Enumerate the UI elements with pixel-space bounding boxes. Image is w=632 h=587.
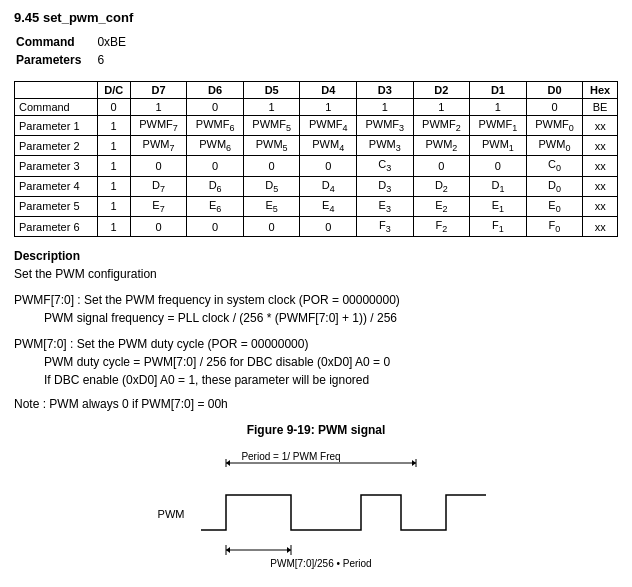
table-cell: D0 <box>526 176 583 196</box>
table-cell: 0 <box>187 216 244 236</box>
table-row: Parameter 21PWM7PWM6PWM5PWM4PWM3PWM2PWM1… <box>15 136 618 156</box>
table-cell: 0 <box>187 156 244 176</box>
table-cell: xx <box>583 196 618 216</box>
pwm-title: PWM[7:0] : Set the PWM duty cycle (POR =… <box>14 337 308 351</box>
table-cell: PWMF0 <box>526 116 583 136</box>
table-cell: xx <box>583 136 618 156</box>
table-cell: 0 <box>243 156 300 176</box>
table-cell: 1 <box>97 196 130 216</box>
svg-text:PWM[7:0]/256 • Period: PWM[7:0]/256 • Period <box>270 558 371 569</box>
svg-text:PWM: PWM <box>158 508 185 520</box>
table-cell: E6 <box>187 196 244 216</box>
table-cell: E5 <box>243 196 300 216</box>
table-cell: F2 <box>413 216 470 236</box>
table-cell: PWM1 <box>470 136 527 156</box>
table-cell: Parameter 4 <box>15 176 98 196</box>
table-cell: PWM4 <box>300 136 357 156</box>
table-cell: Parameter 2 <box>15 136 98 156</box>
svg-marker-3 <box>226 460 230 466</box>
table-cell: xx <box>583 156 618 176</box>
table-cell: Parameter 1 <box>15 116 98 136</box>
col-header-d4: D4 <box>300 82 357 99</box>
table-cell: 0 <box>243 216 300 236</box>
pwmf-detail: PWM signal frequency = PLL clock / (256 … <box>14 311 397 325</box>
table-cell: D7 <box>130 176 187 196</box>
table-cell: xx <box>583 216 618 236</box>
parameters-value: 6 <box>87 53 130 69</box>
meta-info: Command 0xBE Parameters 6 <box>14 33 132 71</box>
table-cell: 0 <box>470 156 527 176</box>
col-header-d1: D1 <box>470 82 527 99</box>
table-row: Parameter 310000C300C0xx <box>15 156 618 176</box>
page-title: 9.45 set_pwm_conf <box>14 10 618 25</box>
table-cell: xx <box>583 176 618 196</box>
table-cell: D4 <box>300 176 357 196</box>
table-cell: PWM0 <box>526 136 583 156</box>
col-header-d3: D3 <box>357 82 414 99</box>
pwmf-block: PWMF[7:0] : Set the PWM frequency in sys… <box>14 291 618 327</box>
table-cell: 1 <box>413 99 470 116</box>
table-row: Parameter 41D7D6D5D4D3D2D1D0xx <box>15 176 618 196</box>
pwm-signal-svg: Period = 1/ PWM Freq PWM PWM[7:0]/256 • … <box>106 445 526 575</box>
table-cell: E1 <box>470 196 527 216</box>
table-cell: PWMF4 <box>300 116 357 136</box>
parameters-label: Parameters <box>16 53 85 69</box>
svg-marker-11 <box>287 547 291 553</box>
col-header-d6: D6 <box>187 82 244 99</box>
table-cell: D3 <box>357 176 414 196</box>
table-cell: BE <box>583 99 618 116</box>
table-cell: PWMF5 <box>243 116 300 136</box>
col-header-dc: D/C <box>97 82 130 99</box>
table-cell: 0 <box>413 156 470 176</box>
col-header-name <box>15 82 98 99</box>
table-cell: 1 <box>97 176 130 196</box>
table-cell: C0 <box>526 156 583 176</box>
col-header-hex: Hex <box>583 82 618 99</box>
table-cell: 0 <box>130 216 187 236</box>
pwm-block: PWM[7:0] : Set the PWM duty cycle (POR =… <box>14 335 618 389</box>
table-cell: 1 <box>470 99 527 116</box>
description-title: Description <box>14 249 618 263</box>
col-header-d2: D2 <box>413 82 470 99</box>
table-cell: PWMF1 <box>470 116 527 136</box>
command-value: 0xBE <box>87 35 130 51</box>
table-cell: E7 <box>130 196 187 216</box>
table-cell: E4 <box>300 196 357 216</box>
table-cell: 0 <box>300 216 357 236</box>
pwm-detail1: PWM duty cycle = PWM[7:0] / 256 for DBC … <box>14 355 390 369</box>
table-cell: PWM3 <box>357 136 414 156</box>
table-cell: C3 <box>357 156 414 176</box>
table-cell: PWM5 <box>243 136 300 156</box>
table-cell: 1 <box>97 136 130 156</box>
description-section: Description Set the PWM configuration PW… <box>14 249 618 411</box>
table-cell: PWMF7 <box>130 116 187 136</box>
table-row: Parameter 610000F3F2F1F0xx <box>15 216 618 236</box>
col-header-d5: D5 <box>243 82 300 99</box>
table-cell: Parameter 5 <box>15 196 98 216</box>
table-cell: 1 <box>130 99 187 116</box>
table-cell: 1 <box>97 116 130 136</box>
table-cell: Command <box>15 99 98 116</box>
table-cell: 1 <box>357 99 414 116</box>
table-cell: D1 <box>470 176 527 196</box>
table-cell: PWM7 <box>130 136 187 156</box>
table-cell: 1 <box>243 99 300 116</box>
table-cell: PWMF2 <box>413 116 470 136</box>
table-row: Parameter 51E7E6E5E4E3E2E1E0xx <box>15 196 618 216</box>
table-cell: 0 <box>97 99 130 116</box>
svg-marker-4 <box>412 460 416 466</box>
col-header-d0: D0 <box>526 82 583 99</box>
table-cell: 0 <box>187 99 244 116</box>
table-row: Parameter 11PWMF7PWMF6PWMF5PWMF4PWMF3PWM… <box>15 116 618 136</box>
figure-section: Figure 9-19: PWM signal Period = 1/ PWM … <box>14 423 618 578</box>
table-cell: PWMF3 <box>357 116 414 136</box>
table-cell: 1 <box>300 99 357 116</box>
table-row: Command010111110BE <box>15 99 618 116</box>
table-cell: 0 <box>130 156 187 176</box>
table-cell: D6 <box>187 176 244 196</box>
table-cell: F1 <box>470 216 527 236</box>
table-cell: E2 <box>413 196 470 216</box>
command-label: Command <box>16 35 85 51</box>
figure-title: Figure 9-19: PWM signal <box>14 423 618 437</box>
table-cell: 1 <box>97 156 130 176</box>
